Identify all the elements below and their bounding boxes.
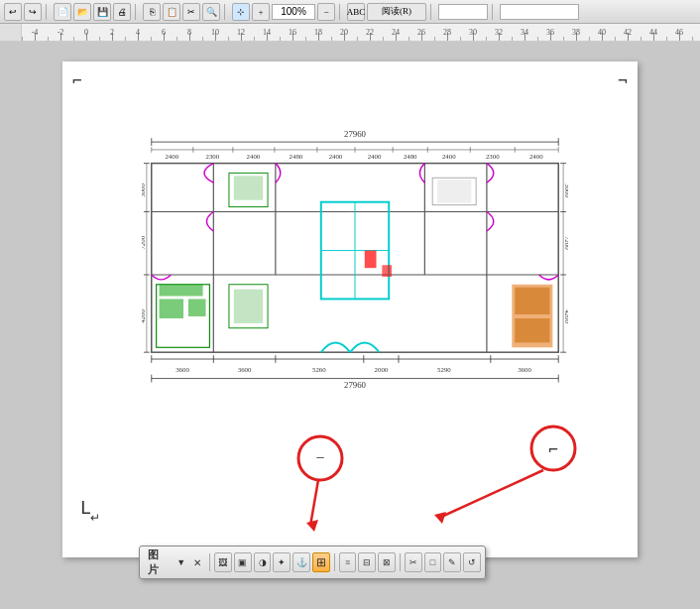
toolbar-separator-5: [430, 4, 434, 20]
horizontal-ruler: -4-2024681012141618202224262830323436384…: [0, 24, 700, 42]
zoom-out-button[interactable]: −: [317, 3, 335, 21]
svg-rect-74: [188, 299, 206, 316]
svg-text:2480: 2480: [290, 153, 303, 160]
svg-text:27960: 27960: [344, 380, 367, 390]
zoom-input[interactable]: 100%: [272, 4, 315, 20]
cursor-indicator: ↵: [90, 511, 100, 526]
image-star-btn[interactable]: ✦: [273, 552, 291, 572]
svg-text:3000: 3000: [564, 183, 568, 197]
toolbar-separator-1: [46, 4, 50, 20]
svg-line-93: [439, 470, 543, 518]
toolbar-separator-6: [492, 4, 496, 20]
tb-sep-2: [400, 553, 401, 571]
undo-button[interactable]: ↩: [4, 3, 22, 21]
svg-text:3600: 3600: [175, 366, 189, 373]
svg-text:3000: 3000: [142, 183, 146, 197]
svg-text:2300: 2300: [486, 153, 500, 160]
svg-text:2300: 2300: [206, 153, 220, 160]
tb-sep-after-title: [209, 553, 210, 571]
svg-text:2400: 2400: [368, 153, 382, 160]
svg-rect-85: [365, 251, 377, 269]
ruler-corner: [0, 24, 22, 42]
image-crop-btn[interactable]: ✂: [405, 552, 422, 572]
svg-text:5290: 5290: [437, 366, 451, 373]
ruler-content: -4-2024681012141618202224262830323436384…: [22, 24, 700, 41]
read-mode-button[interactable]: 阅读(R): [367, 3, 426, 21]
svg-point-89: [531, 426, 575, 470]
main-toolbar: ↩ ↪ 📄 📂 💾 🖨 ⎘ 📋 ✂ 🔍 ⊹ + 100% − ABC 阅读(R)…: [0, 0, 700, 24]
svg-text:7200: 7200: [142, 235, 146, 249]
svg-rect-84: [437, 180, 471, 202]
cut-button[interactable]: ✂: [182, 3, 200, 21]
crop-mark-tl: ⌐: [72, 73, 82, 89]
image-align-right-btn[interactable]: ⊠: [378, 552, 396, 572]
svg-rect-75: [160, 285, 203, 297]
svg-rect-79: [234, 290, 263, 323]
svg-rect-81: [515, 288, 549, 314]
svg-rect-73: [160, 299, 183, 318]
svg-rect-82: [515, 318, 549, 342]
svg-line-91: [310, 480, 318, 526]
floorplan-container[interactable]: 27960 2400 2300 2400 2480 2400: [142, 121, 568, 428]
find-button[interactable]: 🔍: [202, 3, 220, 21]
svg-text:4200: 4200: [564, 309, 568, 323]
svg-text:2400: 2400: [329, 153, 343, 160]
image-edit-btn[interactable]: ✎: [443, 552, 461, 572]
document-page: ⌐ ⌐ 27960: [62, 61, 638, 557]
image-toolbar-title: 图片: [144, 548, 171, 577]
svg-text:5260: 5260: [312, 366, 326, 373]
svg-text:⌐: ⌐: [548, 440, 558, 459]
image-toolbar: 图片 ▼ ✕ 🖼 ▣ ◑ ✦ ⚓ ⊞ ≡ ⊟ ⊠ ✂ □ ✎ ↺: [139, 546, 486, 579]
toolbar-close-btn[interactable]: ✕: [189, 555, 205, 570]
toolbar-separator-4: [339, 4, 343, 20]
image-reset-btn[interactable]: ↺: [463, 552, 481, 572]
zoom-in-button[interactable]: +: [252, 3, 270, 21]
image-align-center-btn[interactable]: ⊟: [358, 552, 376, 572]
font-select[interactable]: Times New Roman: [500, 4, 579, 20]
svg-text:2400: 2400: [165, 153, 178, 160]
insert-image-btn[interactable]: 🖼: [214, 552, 232, 572]
spell-button[interactable]: ABC: [347, 3, 365, 21]
svg-text:7200: 7200: [564, 236, 568, 250]
svg-text:2400: 2400: [247, 153, 261, 160]
document-area: ⌐ ⌐ 27960: [0, 42, 700, 609]
svg-text:3600: 3600: [238, 366, 252, 373]
style-select[interactable]: 正文: [438, 4, 488, 20]
svg-text:2000: 2000: [375, 366, 389, 373]
toolbar-separator-2: [135, 4, 139, 20]
save-button[interactable]: 💾: [93, 3, 111, 21]
print-button[interactable]: 🖨: [113, 3, 131, 21]
redo-button[interactable]: ↪: [24, 3, 42, 21]
paste-button[interactable]: 📋: [163, 3, 180, 21]
svg-text:3600: 3600: [518, 366, 531, 373]
svg-point-87: [298, 436, 342, 480]
image-wrap-btn[interactable]: ⊞: [312, 552, 330, 572]
svg-marker-92: [306, 520, 318, 532]
image-border-btn[interactable]: □: [424, 552, 442, 572]
svg-text:2400: 2400: [529, 153, 543, 160]
svg-text:4200: 4200: [142, 309, 146, 323]
image-align-left-btn[interactable]: ≡: [339, 552, 357, 572]
tb-sep-1: [334, 553, 335, 571]
select-button[interactable]: ⊹: [232, 3, 250, 21]
svg-marker-94: [434, 512, 446, 524]
svg-rect-86: [382, 265, 392, 277]
floorplan-svg: 27960 2400 2300 2400 2480 2400: [142, 121, 568, 428]
svg-text:27960: 27960: [344, 129, 367, 139]
new-button[interactable]: 📄: [54, 3, 71, 21]
copy-button[interactable]: ⎘: [143, 3, 161, 21]
svg-text:2480: 2480: [404, 153, 417, 160]
svg-text:−: −: [315, 449, 324, 466]
crop-mark-tr: ⌐: [618, 73, 628, 89]
image-filter-btn[interactable]: ▣: [234, 552, 252, 572]
toolbar-dropdown-btn[interactable]: ▼: [175, 555, 187, 569]
toolbar-separator-3: [224, 4, 228, 20]
image-contrast-btn[interactable]: ◑: [254, 552, 272, 572]
svg-text:2400: 2400: [442, 153, 456, 160]
image-anchor-btn[interactable]: ⚓: [292, 552, 310, 572]
open-button[interactable]: 📂: [73, 3, 91, 21]
svg-rect-77: [234, 176, 263, 199]
